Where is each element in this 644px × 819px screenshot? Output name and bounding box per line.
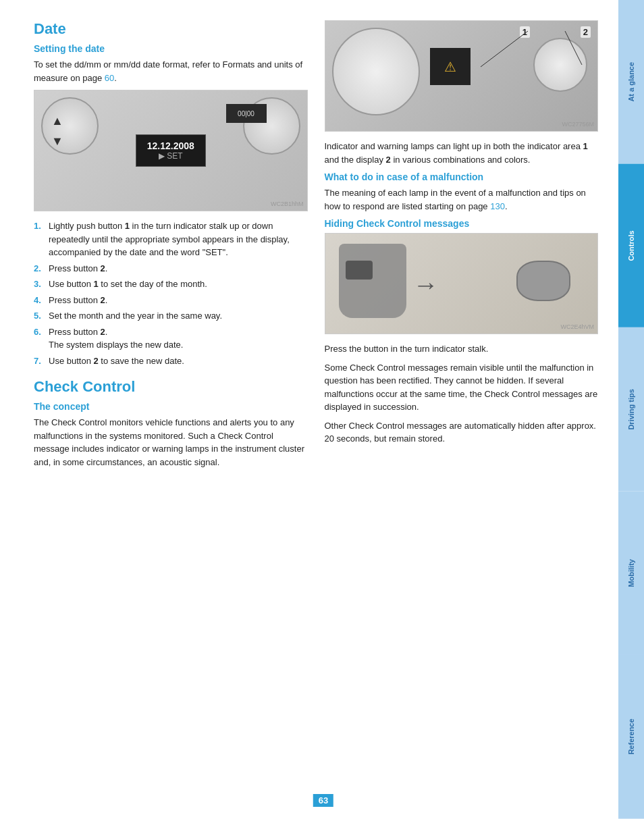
step-5: 5. Set the month and the year in the sam… (34, 309, 308, 323)
two-column-layout: Date Setting the date To set the dd/mm o… (34, 20, 598, 799)
malfunction-title: What to do in case of a malfunction (325, 171, 599, 182)
hiding-title: Hiding Check Control messages (325, 218, 599, 229)
stalk-end-button (516, 261, 570, 301)
step-6: 6. Press button 2.The system displays th… (34, 325, 308, 352)
check-control-title: Check Control (34, 378, 308, 396)
hiding-image: → WC2E4hVM (325, 233, 599, 334)
indicator-img-inner: ⚠ 1 2 WC27756M (325, 21, 598, 131)
right-sidebar: At a glance Controls Driving tips Mobili… (618, 0, 644, 819)
svg-line-1 (565, 31, 582, 65)
sidebar-tab-driving-tips[interactable]: Driving tips (618, 327, 644, 492)
step-4: 4. Press button 2. (34, 294, 308, 307)
down-arrow: ▼ (51, 134, 63, 149)
annotation-lines (325, 21, 598, 131)
sidebar-tab-mobility[interactable]: Mobility (618, 492, 644, 656)
hiding-body-1: Some Check Control messages remain visib… (325, 361, 599, 414)
steps-list: 1. Lightly push button 1 in the turn ind… (34, 219, 308, 367)
stalk-button (346, 261, 373, 280)
watermark-label: WC2B1hhM (271, 201, 304, 207)
step-2: 2. Press button 2. (34, 262, 308, 275)
wm2: WC27756M (562, 121, 594, 128)
sidebar-tab-at-glance[interactable]: At a glance (618, 0, 644, 164)
sidebar-tab-controls[interactable]: Controls (618, 164, 644, 328)
right-arrow: → (413, 271, 439, 300)
date-title: Date (34, 20, 308, 38)
hiding-body-2: Other Check Control messages are automat… (325, 419, 599, 446)
small-display: 00|00 (226, 104, 267, 123)
date-display-box: 12.12.2008 ▶ SET (136, 134, 206, 167)
hiding-intro-text: Press the button in the turn indicator s… (325, 342, 599, 356)
up-arrow: ▲ (51, 114, 63, 128)
date-section: Date Setting the date To set the dd/mm o… (34, 20, 308, 367)
malfunction-text: The meaning of each lamp in the event of… (325, 186, 599, 213)
date-image: ▲ ▼ 12.12.2008 ▶ SET 00|00 WC2B1hh (34, 90, 308, 211)
concept-text: The Check Control monitors vehicle funct… (34, 416, 308, 469)
indicator-image: ⚠ 1 2 WC27756M (325, 20, 599, 132)
page-number: 63 (313, 794, 333, 807)
concept-subtitle: The concept (34, 401, 308, 412)
sidebar-tab-reference[interactable]: Reference (618, 655, 644, 819)
check-control-section: Check Control The concept The Check Cont… (34, 378, 308, 469)
step-7: 7. Use button 2 to save the new date. (34, 354, 308, 368)
right-column: ⚠ 1 2 WC27756M I (325, 20, 599, 799)
date-intro: To set the dd/mm or mm/dd date format, r… (34, 58, 308, 84)
indicator-text: Indicator and warning lamps can light up… (325, 140, 599, 166)
step-3: 3. Use button 1 to set the day of the mo… (34, 278, 308, 291)
left-column: Date Setting the date To set the dd/mm o… (34, 20, 308, 799)
stalk-column (339, 244, 406, 318)
setting-date-subtitle: Setting the date (34, 43, 308, 54)
svg-line-0 (481, 31, 528, 67)
step-1: 1. Lightly push button 1 in the turn ind… (34, 219, 308, 259)
page-footer: 63 (311, 794, 333, 807)
set-label: ▶ SET (147, 151, 194, 161)
gauge-left (41, 97, 99, 155)
date-img-inner: ▲ ▼ 12.12.2008 ▶ SET 00|00 WC2B1hh (34, 90, 307, 211)
main-content: Date Setting the date To set the dd/mm o… (0, 0, 618, 819)
date-value: 12.12.2008 (147, 140, 194, 151)
hiding-img-inner: → WC2E4hVM (325, 234, 598, 334)
wm3: WC2E4hVM (560, 323, 594, 330)
page-container: Date Setting the date To set the dd/mm o… (0, 0, 644, 819)
